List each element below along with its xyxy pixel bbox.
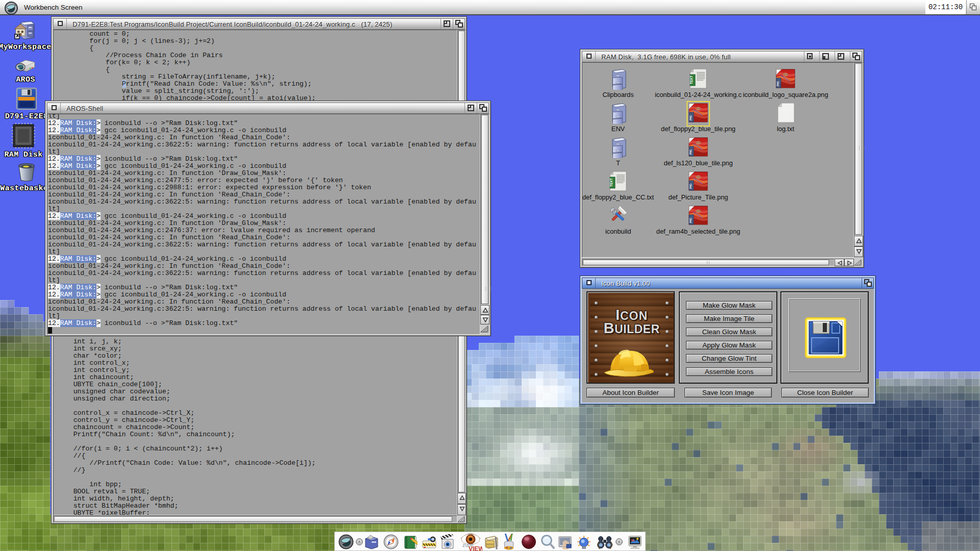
svg-text:PIC: PIC — [776, 81, 779, 86]
svg-text:PIC: PIC — [689, 183, 692, 189]
svg-text:PIC: PIC — [689, 115, 692, 120]
svg-text:PIC: PIC — [689, 149, 692, 155]
svg-text:VIEW: VIEW — [469, 545, 482, 551]
svg-text:TEXT: TEXT — [609, 178, 613, 187]
svg-text:PIC: PIC — [689, 217, 692, 223]
svg-text:TEXT: TEXT — [690, 76, 693, 84]
